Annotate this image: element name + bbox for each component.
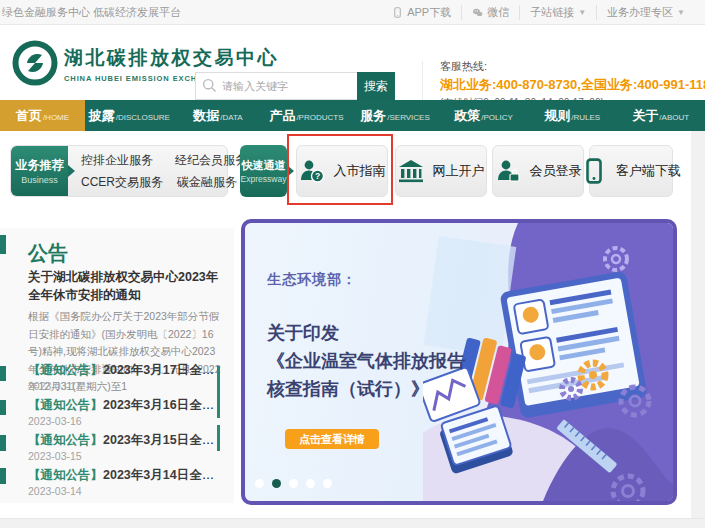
- carousel-dot-1[interactable]: [255, 479, 264, 488]
- bank-icon: [398, 158, 424, 184]
- edge-widget-fragment: [0, 400, 6, 415]
- list-item[interactable]: 【通知公告】2023年3月15日全国碳排放权交易...2023-03-15: [28, 432, 218, 466]
- nav-item-rules[interactable]: 规则/RULES: [528, 100, 617, 131]
- edge-widget-fragment: [0, 366, 6, 381]
- topbar-link-label: 业务办理专区: [607, 5, 673, 20]
- announcements-title: 公告: [28, 240, 68, 267]
- carousel-dot-2[interactable]: [272, 479, 281, 488]
- carousel-dot-4[interactable]: [306, 479, 315, 488]
- banner-detail-button[interactable]: 点击查看详情: [285, 429, 379, 449]
- nav-item-disclosure[interactable]: 披露/DISCLOSURE: [85, 100, 174, 131]
- banner-title-line: 关于印发: [267, 319, 497, 347]
- quick-button-3[interactable]: 会员登录: [492, 145, 584, 197]
- nav-label-cn: 首页: [16, 107, 42, 125]
- business-tab-cn: 业务推荐: [16, 157, 64, 174]
- topbar-link[interactable]: 微信: [461, 5, 519, 20]
- business-recommend-panel: 业务推荐 Business 控排企业服务经纪会员服务CCER交易服务碳金融服务: [10, 145, 228, 197]
- banner-title-line: 《企业温室气体排放报告: [267, 347, 497, 375]
- announcement-date: 2023-03-17: [28, 379, 218, 393]
- expressway-tab-cn: 快速通道: [242, 158, 286, 173]
- nav-item-data[interactable]: 数据/DATA: [174, 100, 263, 131]
- topbar-link-label: 微信: [487, 5, 509, 20]
- topbar: 绿色金融服务中心 低碳经济发展平台 APP下载微信子站链接▼业务办理专区▼: [0, 0, 705, 25]
- page: 绿色金融服务中心 低碳经济发展平台 APP下载微信子站链接▼业务办理专区▼ 湖北…: [0, 0, 705, 528]
- announcement-date: 2023-03-16: [28, 414, 218, 428]
- business-link[interactable]: 碳金融服务: [177, 174, 237, 191]
- topbar-link[interactable]: APP下载: [382, 5, 461, 20]
- topbar-link-label: APP下载: [407, 5, 451, 20]
- business-tab: 业务推荐 Business: [11, 146, 68, 196]
- announcement-item-title: 2023年3月15日全国碳排放权交易...: [103, 433, 218, 447]
- expressway-tab: 快速通道 Expressway: [240, 145, 287, 197]
- nav-item-policy[interactable]: 政策/POLICY: [439, 100, 528, 131]
- search-button[interactable]: 搜索: [357, 72, 395, 100]
- quick-button-label: 客户端下载: [616, 162, 681, 180]
- list-scrollbar-thumb[interactable]: [217, 425, 220, 451]
- banner-title: 关于印发《企业温室气体排放报告核查指南（试行）》: [267, 319, 497, 403]
- nav-label-en: /SERVICES: [387, 113, 430, 122]
- quick-button-2[interactable]: 网上开户: [395, 145, 487, 197]
- business-links-row: CCER交易服务碳金融服务: [81, 174, 221, 191]
- quick-button-label: 入市指南: [334, 162, 386, 180]
- nav-label-cn: 服务: [360, 107, 386, 125]
- nav-label-cn: 数据: [193, 107, 219, 125]
- nav-label-en: /POLICY: [481, 113, 513, 122]
- nav-label-cn: 政策: [454, 107, 480, 125]
- topbar-link[interactable]: 子站链接▼: [519, 5, 596, 20]
- searchbox: 搜索: [195, 72, 395, 100]
- announcements-panel: 公告 关于湖北碳排放权交易中心2023年全年休市安排的通知 根据《国务院办公厅关…: [0, 228, 234, 503]
- business-link[interactable]: CCER交易服务: [81, 174, 155, 191]
- nav-label-en: /DISCLOSURE: [116, 113, 170, 122]
- nav-label-en: /ABOUT: [659, 113, 689, 122]
- nav-label-cn: 披露: [89, 107, 115, 125]
- business-links: 控排企业服务经纪会员服务CCER交易服务碳金融服务: [81, 146, 221, 196]
- quick-button-4[interactable]: 客户端下载: [589, 145, 673, 197]
- expressway-tab-en: Expressway: [241, 174, 287, 184]
- search-icon: [202, 78, 217, 93]
- business-link[interactable]: 控排企业服务: [81, 152, 153, 169]
- search-input[interactable]: [195, 72, 357, 100]
- person-lock-icon: [495, 158, 521, 184]
- hotline-label: 客服热线:: [440, 59, 705, 74]
- brand-name-cn: 湖北碳排放权交易中心: [64, 45, 279, 71]
- person-question-icon: ?: [299, 158, 325, 184]
- main-nav: 首页/HOME披露/DISCLOSURE数据/DATA产品/PRODUCTS服务…: [0, 100, 705, 131]
- carousel-dot-5[interactable]: [323, 479, 332, 488]
- topbar-link-label: 子站链接: [530, 5, 574, 20]
- quick-button-1[interactable]: ?入市指南: [296, 145, 388, 197]
- edge-widget-fragment: [0, 235, 6, 254]
- announcement-tag: 【通知公告】: [28, 468, 103, 482]
- announcement-item-title: 2023年3月14日全国碳排放权交易...: [103, 468, 218, 482]
- brand-logo-icon: [12, 40, 58, 86]
- business-links-row: 控排企业服务经纪会员服务: [81, 152, 221, 169]
- hotline-numbers: 湖北业务:400-870-8730,全国业务:400-991-1188: [440, 76, 705, 94]
- banner-kicker: 生态环境部：: [267, 271, 357, 289]
- nav-label-en: /PRODUCTS: [296, 113, 343, 122]
- nav-label-cn: 规则: [544, 107, 570, 125]
- header: 湖北碳排放权交易中心 CHINA HUBEI EMISSION EXCHANGE…: [0, 25, 705, 100]
- announcement-headline[interactable]: 关于湖北碳排放权交易中心2023年全年休市安排的通知: [28, 268, 220, 304]
- site-slogan: 绿色金融服务中心 低碳经济发展平台: [2, 5, 181, 20]
- list-item[interactable]: 【通知公告】2023年3月13日全国碳排放权交易: [28, 502, 218, 503]
- announcement-date: 2023-03-15: [28, 449, 218, 463]
- business-link[interactable]: 经纪会员服务: [175, 152, 247, 169]
- banner-title-line: 核查指南（试行）》: [267, 375, 497, 403]
- nav-label-en: /HOME: [43, 113, 69, 122]
- nav-item-products[interactable]: 产品/PRODUCTS: [262, 100, 351, 131]
- announcement-date: 2023-03-14: [28, 484, 218, 498]
- nav-label-en: /DATA: [220, 113, 242, 122]
- list-item[interactable]: 【通知公告】2023年3月14日全国碳排放权交易...2023-03-14: [28, 467, 218, 501]
- list-scrollbar-thumb[interactable]: [217, 366, 220, 418]
- edge-widget-fragment: [0, 468, 6, 484]
- topbar-link[interactable]: 业务办理专区▼: [596, 5, 695, 20]
- nav-item-about[interactable]: 关于/ABOUT: [616, 100, 705, 131]
- nav-item-home[interactable]: 首页/HOME: [0, 100, 85, 131]
- list-item[interactable]: 【通知公告】2023年3月17日全国碳排放权交易...2023-03-17: [28, 362, 218, 396]
- announcement-item-title: 2023年3月17日全国碳排放权交易...: [103, 363, 218, 377]
- nav-item-services[interactable]: 服务/SERVICES: [351, 100, 440, 131]
- svg-text:?: ?: [314, 171, 319, 181]
- carousel-dot-3[interactable]: [289, 479, 298, 488]
- hero-banner: 生态环境部： 关于印发《企业温室气体排放报告核查指南（试行）》 点击查看详情: [241, 219, 677, 505]
- list-item[interactable]: 【通知公告】2023年3月16日全国碳排放权交易...2023-03-16: [28, 397, 218, 431]
- smartphone-icon: [581, 158, 607, 184]
